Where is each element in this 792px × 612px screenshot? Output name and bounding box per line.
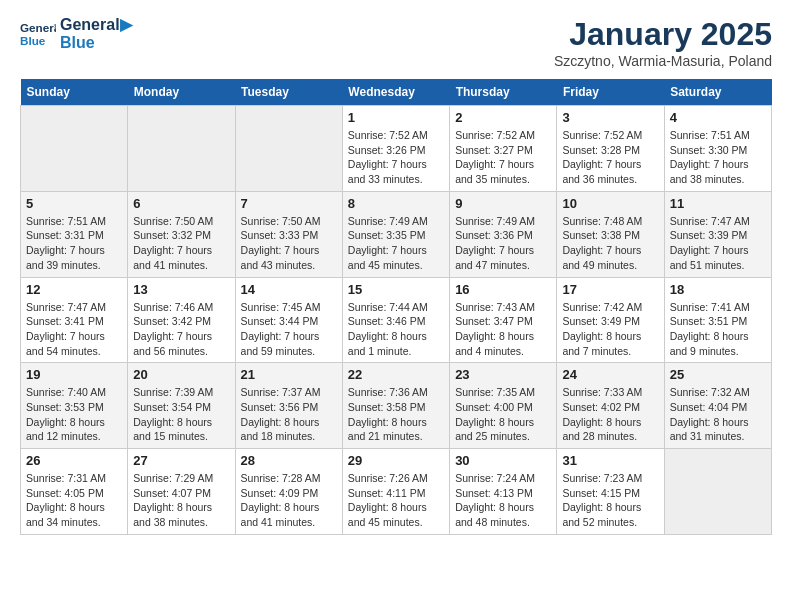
day-number: 23 [455,367,551,382]
day-number: 16 [455,282,551,297]
weekday-header-monday: Monday [128,79,235,106]
calendar-cell: 8Sunrise: 7:49 AM Sunset: 3:35 PM Daylig… [342,191,449,277]
day-info: Sunrise: 7:48 AM Sunset: 3:38 PM Dayligh… [562,214,658,273]
calendar-cell: 20Sunrise: 7:39 AM Sunset: 3:54 PM Dayli… [128,363,235,449]
day-number: 1 [348,110,444,125]
day-info: Sunrise: 7:24 AM Sunset: 4:13 PM Dayligh… [455,471,551,530]
day-info: Sunrise: 7:52 AM Sunset: 3:27 PM Dayligh… [455,128,551,187]
day-info: Sunrise: 7:44 AM Sunset: 3:46 PM Dayligh… [348,300,444,359]
calendar-cell: 31Sunrise: 7:23 AM Sunset: 4:15 PM Dayli… [557,449,664,535]
weekday-header-tuesday: Tuesday [235,79,342,106]
day-number: 17 [562,282,658,297]
calendar-cell: 7Sunrise: 7:50 AM Sunset: 3:33 PM Daylig… [235,191,342,277]
day-number: 24 [562,367,658,382]
day-number: 28 [241,453,337,468]
calendar-week-2: 5Sunrise: 7:51 AM Sunset: 3:31 PM Daylig… [21,191,772,277]
day-number: 8 [348,196,444,211]
day-info: Sunrise: 7:49 AM Sunset: 3:35 PM Dayligh… [348,214,444,273]
calendar-week-4: 19Sunrise: 7:40 AM Sunset: 3:53 PM Dayli… [21,363,772,449]
day-info: Sunrise: 7:40 AM Sunset: 3:53 PM Dayligh… [26,385,122,444]
day-number: 18 [670,282,766,297]
calendar-cell: 2Sunrise: 7:52 AM Sunset: 3:27 PM Daylig… [450,106,557,192]
calendar-cell: 24Sunrise: 7:33 AM Sunset: 4:02 PM Dayli… [557,363,664,449]
logo-line2: Blue [60,34,132,52]
calendar-cell: 25Sunrise: 7:32 AM Sunset: 4:04 PM Dayli… [664,363,771,449]
month-title: January 2025 [554,16,772,53]
calendar-cell: 17Sunrise: 7:42 AM Sunset: 3:49 PM Dayli… [557,277,664,363]
day-number: 15 [348,282,444,297]
calendar-cell: 11Sunrise: 7:47 AM Sunset: 3:39 PM Dayli… [664,191,771,277]
calendar-cell: 3Sunrise: 7:52 AM Sunset: 3:28 PM Daylig… [557,106,664,192]
day-info: Sunrise: 7:52 AM Sunset: 3:26 PM Dayligh… [348,128,444,187]
calendar-cell: 30Sunrise: 7:24 AM Sunset: 4:13 PM Dayli… [450,449,557,535]
day-number: 10 [562,196,658,211]
calendar-table: SundayMondayTuesdayWednesdayThursdayFrid… [20,79,772,535]
page-header: General Blue General▶ Blue January 2025 … [20,16,772,69]
location-subtitle: Szczytno, Warmia-Masuria, Poland [554,53,772,69]
calendar-cell [235,106,342,192]
calendar-cell [21,106,128,192]
weekday-header-saturday: Saturday [664,79,771,106]
day-number: 21 [241,367,337,382]
calendar-cell [128,106,235,192]
day-info: Sunrise: 7:26 AM Sunset: 4:11 PM Dayligh… [348,471,444,530]
day-number: 19 [26,367,122,382]
day-number: 12 [26,282,122,297]
calendar-cell: 26Sunrise: 7:31 AM Sunset: 4:05 PM Dayli… [21,449,128,535]
day-number: 9 [455,196,551,211]
day-info: Sunrise: 7:42 AM Sunset: 3:49 PM Dayligh… [562,300,658,359]
day-number: 2 [455,110,551,125]
day-info: Sunrise: 7:39 AM Sunset: 3:54 PM Dayligh… [133,385,229,444]
day-number: 6 [133,196,229,211]
calendar-cell: 1Sunrise: 7:52 AM Sunset: 3:26 PM Daylig… [342,106,449,192]
day-number: 7 [241,196,337,211]
calendar-cell [664,449,771,535]
day-info: Sunrise: 7:29 AM Sunset: 4:07 PM Dayligh… [133,471,229,530]
day-info: Sunrise: 7:43 AM Sunset: 3:47 PM Dayligh… [455,300,551,359]
day-number: 11 [670,196,766,211]
svg-text:General: General [20,22,56,35]
day-number: 14 [241,282,337,297]
day-info: Sunrise: 7:50 AM Sunset: 3:33 PM Dayligh… [241,214,337,273]
calendar-cell: 14Sunrise: 7:45 AM Sunset: 3:44 PM Dayli… [235,277,342,363]
day-info: Sunrise: 7:51 AM Sunset: 3:31 PM Dayligh… [26,214,122,273]
calendar-cell: 21Sunrise: 7:37 AM Sunset: 3:56 PM Dayli… [235,363,342,449]
day-number: 5 [26,196,122,211]
calendar-week-3: 12Sunrise: 7:47 AM Sunset: 3:41 PM Dayli… [21,277,772,363]
calendar-cell: 12Sunrise: 7:47 AM Sunset: 3:41 PM Dayli… [21,277,128,363]
day-info: Sunrise: 7:28 AM Sunset: 4:09 PM Dayligh… [241,471,337,530]
day-number: 26 [26,453,122,468]
weekday-header-wednesday: Wednesday [342,79,449,106]
day-info: Sunrise: 7:33 AM Sunset: 4:02 PM Dayligh… [562,385,658,444]
logo-line1: General▶ [60,16,132,34]
day-info: Sunrise: 7:35 AM Sunset: 4:00 PM Dayligh… [455,385,551,444]
day-number: 31 [562,453,658,468]
day-number: 20 [133,367,229,382]
day-info: Sunrise: 7:52 AM Sunset: 3:28 PM Dayligh… [562,128,658,187]
day-info: Sunrise: 7:37 AM Sunset: 3:56 PM Dayligh… [241,385,337,444]
calendar-cell: 10Sunrise: 7:48 AM Sunset: 3:38 PM Dayli… [557,191,664,277]
day-info: Sunrise: 7:51 AM Sunset: 3:30 PM Dayligh… [670,128,766,187]
calendar-cell: 9Sunrise: 7:49 AM Sunset: 3:36 PM Daylig… [450,191,557,277]
day-number: 3 [562,110,658,125]
day-info: Sunrise: 7:45 AM Sunset: 3:44 PM Dayligh… [241,300,337,359]
calendar-cell: 4Sunrise: 7:51 AM Sunset: 3:30 PM Daylig… [664,106,771,192]
calendar-cell: 16Sunrise: 7:43 AM Sunset: 3:47 PM Dayli… [450,277,557,363]
weekday-header-row: SundayMondayTuesdayWednesdayThursdayFrid… [21,79,772,106]
calendar-cell: 18Sunrise: 7:41 AM Sunset: 3:51 PM Dayli… [664,277,771,363]
calendar-cell: 6Sunrise: 7:50 AM Sunset: 3:32 PM Daylig… [128,191,235,277]
day-info: Sunrise: 7:31 AM Sunset: 4:05 PM Dayligh… [26,471,122,530]
day-info: Sunrise: 7:41 AM Sunset: 3:51 PM Dayligh… [670,300,766,359]
calendar-cell: 29Sunrise: 7:26 AM Sunset: 4:11 PM Dayli… [342,449,449,535]
weekday-header-thursday: Thursday [450,79,557,106]
weekday-header-friday: Friday [557,79,664,106]
calendar-cell: 28Sunrise: 7:28 AM Sunset: 4:09 PM Dayli… [235,449,342,535]
day-info: Sunrise: 7:49 AM Sunset: 3:36 PM Dayligh… [455,214,551,273]
calendar-week-5: 26Sunrise: 7:31 AM Sunset: 4:05 PM Dayli… [21,449,772,535]
day-number: 22 [348,367,444,382]
calendar-week-1: 1Sunrise: 7:52 AM Sunset: 3:26 PM Daylig… [21,106,772,192]
calendar-cell: 5Sunrise: 7:51 AM Sunset: 3:31 PM Daylig… [21,191,128,277]
calendar-cell: 27Sunrise: 7:29 AM Sunset: 4:07 PM Dayli… [128,449,235,535]
calendar-cell: 19Sunrise: 7:40 AM Sunset: 3:53 PM Dayli… [21,363,128,449]
day-info: Sunrise: 7:23 AM Sunset: 4:15 PM Dayligh… [562,471,658,530]
